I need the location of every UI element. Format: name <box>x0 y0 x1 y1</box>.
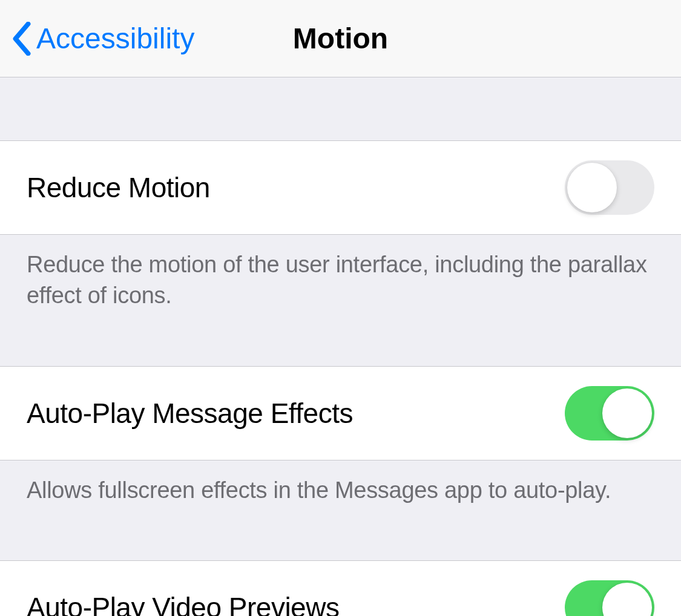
back-label: Accessibility <box>36 22 194 55</box>
chevron-left-icon <box>12 22 31 56</box>
auto-play-message-effects-row: Auto-Play Message Effects <box>0 366 681 460</box>
back-button[interactable]: Accessibility <box>12 22 194 56</box>
auto-play-video-previews-row: Auto-Play Video Previews <box>0 560 681 616</box>
section-spacer <box>0 312 681 366</box>
auto-play-video-previews-toggle[interactable] <box>565 580 654 616</box>
section-spacer <box>0 506 681 560</box>
auto-play-video-previews-label: Auto-Play Video Previews <box>27 591 339 616</box>
reduce-motion-footer: Reduce the motion of the user interface,… <box>0 235 681 312</box>
auto-play-message-effects-footer: Allows fullscreen effects in the Message… <box>0 460 681 506</box>
auto-play-message-effects-label: Auto-Play Message Effects <box>27 397 353 430</box>
section-spacer <box>0 77 681 140</box>
page-title: Motion <box>293 22 388 55</box>
toggle-knob <box>602 388 652 438</box>
navbar: Accessibility Motion <box>0 0 681 77</box>
reduce-motion-row: Reduce Motion <box>0 140 681 235</box>
auto-play-message-effects-toggle[interactable] <box>565 386 654 441</box>
reduce-motion-label: Reduce Motion <box>27 171 210 204</box>
reduce-motion-toggle[interactable] <box>565 160 654 215</box>
toggle-knob <box>602 583 652 616</box>
toggle-knob <box>567 163 617 212</box>
